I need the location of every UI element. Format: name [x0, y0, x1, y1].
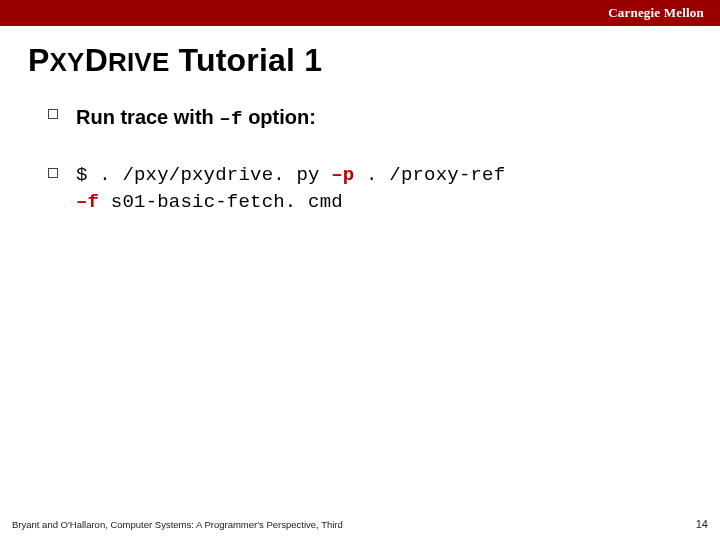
cmd-line2: –f s01-basic-fetch. cmd: [76, 189, 680, 217]
bullet-pre: Run trace with: [76, 106, 219, 128]
bullet-item: $ . /pxy/pxydrive. py –p . /proxy-ref –f…: [48, 162, 680, 217]
footer-citation: Bryant and O'Hallaron, Computer Systems:…: [12, 519, 343, 530]
bullet-text: Run trace with –f option:: [76, 103, 680, 134]
slide: Carnegie Mellon PXYDRIVE Tutorial 1 Run …: [0, 0, 720, 540]
bullet-marker-icon: [48, 168, 58, 178]
cmd-line1-flag: –p: [331, 164, 354, 186]
content-area: Run trace with –f option: $ . /pxy/pxydr…: [48, 103, 680, 217]
topbar: Carnegie Mellon: [0, 0, 720, 26]
slide-title: PXYDRIVE Tutorial 1: [28, 42, 720, 79]
cmd-line2-post: s01-basic-fetch. cmd: [99, 191, 343, 213]
footer: Bryant and O'Hallaron, Computer Systems:…: [12, 518, 708, 530]
bullet-flag: –f: [219, 108, 242, 130]
page-number: 14: [696, 518, 708, 530]
bullet-item: Run trace with –f option:: [48, 103, 680, 134]
command-block: $ . /pxy/pxydrive. py –p . /proxy-ref –f…: [76, 162, 680, 217]
bullet-post: option:: [243, 106, 316, 128]
cmd-line1-post: . /proxy-ref: [354, 164, 505, 186]
title-word1-cap: P: [28, 42, 50, 78]
brand-text: Carnegie Mellon: [608, 5, 704, 21]
title-word2-rest: RIVE: [108, 47, 169, 77]
bullet-marker-icon: [48, 109, 58, 119]
cmd-line2-flag: –f: [76, 191, 99, 213]
title-word2-cap: D: [85, 42, 108, 78]
title-word1-rest: XY: [50, 47, 85, 77]
cmd-line1-pre: $ . /pxy/pxydrive. py: [76, 164, 331, 186]
title-tail: Tutorial 1: [169, 42, 322, 78]
